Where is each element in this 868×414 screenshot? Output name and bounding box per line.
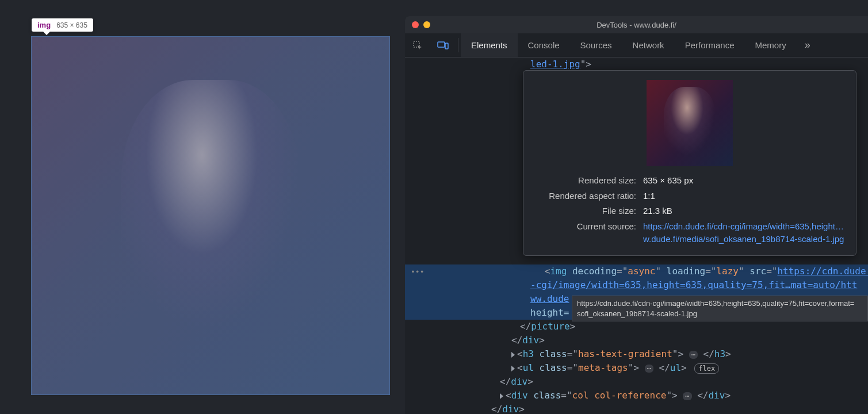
dom-line-selected-cont[interactable]: -cgi/image/width=635,height=635,quality=… [405,278,868,292]
attr-src-line2[interactable]: -cgi/image/width=635,height=635,quality=… [530,279,857,290]
value-file-size: 21.3 kB [643,205,847,218]
tab-sources[interactable]: Sources [570,33,622,57]
tab-memory[interactable]: Memory [745,33,797,57]
tab-separator [458,38,458,52]
toggle-device-toolbar-icon[interactable] [430,33,456,57]
ellipsis-icon[interactable]: ⋯ [683,392,691,400]
attr-src-line3[interactable]: ww.dude [530,293,569,304]
element-inspect-tooltip: img 635 × 635 [32,18,93,32]
value-aspect-ratio: 1:1 [643,190,847,203]
tooltip-tag-name: img [37,21,51,29]
dom-line[interactable]: <div class="col col-reference"> ⋯ </div> [405,389,868,402]
label-file-size: File size: [533,205,636,218]
devtools-title: DevTools - www.dude.fi/ [596,21,676,29]
attr-src-line1[interactable]: https://cdn.dude. [777,266,868,277]
value-rendered-size: 635 × 635 px [643,174,847,187]
svg-rect-1 [438,42,445,47]
devtools-titlebar: DevTools - www.dude.fi/ [405,16,868,33]
label-aspect-ratio: Rendered aspect ratio: [533,190,636,203]
dom-line-selected[interactable]: ••• <img decoding="async" loading="lazy"… [405,264,868,278]
expand-triangle-icon[interactable] [511,352,515,358]
minimize-window-button[interactable] [423,21,430,28]
value-current-source[interactable]: https://cdn.dude.fi/cdn-cgi/image/width=… [643,220,847,246]
label-current-source: Current source: [533,220,636,246]
attr-height-label: height= [530,307,569,318]
flex-badge[interactable]: flex [694,363,719,374]
url-tooltip-text: https://cdn.dude.fi/cdn-cgi/image/width=… [577,299,854,318]
dom-line[interactable]: </div> [405,375,868,389]
svg-rect-2 [445,43,448,49]
label-rendered-size: Rendered size: [533,174,636,187]
inspected-image-area [31,36,390,395]
tab-console[interactable]: Console [518,33,570,57]
attr-decoding: async [628,266,655,277]
ul-class: meta-tags [578,362,628,373]
dom-line[interactable]: <h3 class="has-text-gradient"> ⋯ </h3> [405,347,868,361]
window-controls [412,21,430,28]
h3-class: has-text-gradient [578,348,672,359]
attr-loading: lazy [716,266,739,277]
devtools-window: DevTools - www.dude.fi/ Elements Console… [405,16,868,414]
dom-line[interactable]: </picture> [405,320,868,334]
ellipsis-icon[interactable]: ⋯ [689,351,698,359]
tab-elements[interactable]: Elements [461,33,518,57]
image-hover-card: Rendered size: 635 × 635 px Rendered asp… [523,70,856,256]
ellipsis-icon[interactable]: ⋯ [645,365,653,373]
url-hover-tooltip: https://cdn.dude.fi/cdn-cgi/image/width=… [572,296,868,321]
tab-network[interactable]: Network [622,33,675,57]
inspect-element-icon[interactable] [405,33,430,57]
close-window-button[interactable] [412,21,419,28]
tooltip-dimensions: 635 × 635 [56,21,87,29]
src-url-fragment[interactable]: led-1.jpg [530,59,580,70]
tab-performance[interactable]: Performance [675,33,745,57]
more-tabs-icon[interactable]: » [797,33,819,57]
dom-line[interactable]: </div> [405,402,868,414]
dom-line[interactable]: led-1.jpg"> [405,57,868,71]
devtools-tabbar: Elements Console Sources Network Perform… [405,33,868,57]
elements-panel[interactable]: led-1.jpg"> Rendered size: 635 × 635 px … [405,57,868,414]
expand-triangle-icon[interactable] [511,366,515,371]
dom-line[interactable]: </div> [405,334,868,347]
div-class: col col-reference [572,390,667,401]
hover-thumbnail [647,80,733,166]
expand-triangle-icon[interactable] [500,393,503,399]
dom-line[interactable]: <ul class="meta-tags"> ⋯ </ul> flex [405,361,868,375]
inspect-highlight-overlay [32,37,389,394]
thumb-placeholder [664,87,716,156]
selection-marker: ••• [407,267,424,276]
